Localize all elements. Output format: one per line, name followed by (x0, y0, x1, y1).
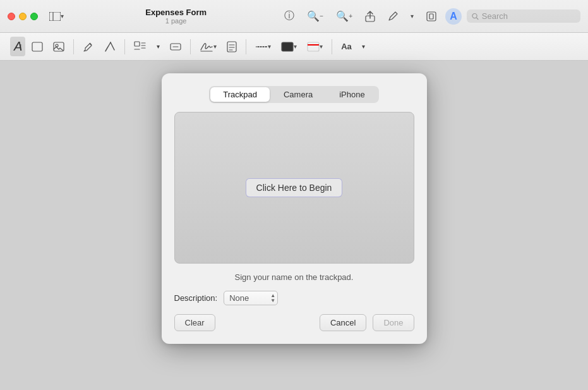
description-select-wrapper[interactable]: None Signature Initials ▲ ▼ (224, 291, 278, 305)
title-bar: ▾ Expenses Form 1 page ⓘ 🔍− 🔍+ ▾ A (0, 0, 588, 33)
font-dropdown[interactable]: ▾ (358, 40, 369, 52)
form-button[interactable] (130, 39, 150, 55)
line-style-button[interactable]: ▾ (251, 39, 275, 54)
traffic-lights (8, 13, 38, 20)
info-button[interactable]: ⓘ (280, 7, 298, 25)
description-row: Description: None Signature Initials ▲ ▼ (174, 291, 414, 305)
signature-panel: Trackpad Camera iPhone Click Here to Beg… (162, 73, 427, 344)
title-section: Expenses Form 1 page (71, 8, 280, 25)
close-button[interactable] (8, 13, 15, 20)
markup-button[interactable]: A (445, 8, 462, 25)
cancel-button[interactable]: Cancel (320, 314, 366, 331)
svg-rect-17 (308, 42, 319, 51)
svg-line-6 (477, 18, 478, 19)
description-select[interactable]: None Signature Initials (224, 291, 278, 305)
maximize-button[interactable] (30, 13, 38, 20)
minimize-button[interactable] (19, 13, 27, 20)
tab-iphone[interactable]: iPhone (327, 87, 377, 102)
text-box-button[interactable] (28, 39, 47, 54)
signature-button[interactable]: ▾ (196, 39, 220, 55)
description-label: Description: (174, 293, 218, 303)
field-button[interactable] (166, 39, 185, 55)
fill-style-button[interactable]: ▾ (277, 39, 301, 54)
pen-button[interactable] (79, 39, 98, 55)
secondary-toolbar: A| ▾ (0, 33, 588, 61)
svg-point-9 (56, 44, 58, 47)
bottom-row: Clear Cancel Done (174, 314, 414, 331)
click-here-button[interactable]: Click Here to Begin (246, 178, 343, 197)
hint-text: Sign your name on the trackpad. (174, 272, 414, 282)
annotate-button[interactable] (384, 9, 402, 24)
clear-button[interactable]: Clear (174, 314, 215, 331)
annotate-dropdown[interactable]: ▾ (407, 10, 417, 22)
svg-rect-7 (32, 42, 42, 51)
toolbar-separator-1 (73, 39, 74, 54)
text-tool-button[interactable]: A| (10, 37, 25, 56)
svg-rect-3 (427, 12, 436, 21)
sidebar-toggle-button[interactable]: ▾ (45, 9, 68, 23)
image-button[interactable] (49, 39, 68, 54)
color-style-button[interactable]: ▾ (303, 39, 327, 54)
page-button[interactable] (223, 39, 241, 55)
search-input[interactable] (482, 11, 575, 21)
search-bar[interactable] (467, 9, 580, 23)
signature-draw-area[interactable]: Click Here to Begin (174, 112, 414, 264)
document-subtitle: 1 page (165, 17, 187, 25)
svg-point-5 (472, 13, 477, 18)
tab-segment-inner: Trackpad Camera iPhone (209, 86, 378, 103)
toolbar-separator-4 (246, 39, 246, 54)
document-title: Expenses Form (145, 8, 207, 17)
done-button: Done (373, 314, 414, 331)
zoom-out-button[interactable]: 🔍− (303, 8, 327, 25)
share-button[interactable] (361, 8, 379, 25)
toolbar-separator-2 (124, 39, 125, 54)
form-dropdown[interactable]: ▾ (153, 40, 164, 52)
tab-segment: Trackpad Camera iPhone (174, 86, 414, 103)
main-content: Trackpad Camera iPhone Click Here to Beg… (0, 61, 588, 390)
svg-rect-16 (282, 42, 293, 51)
window-button[interactable] (423, 9, 440, 24)
toolbar-right: ⓘ 🔍− 🔍+ ▾ A (280, 7, 580, 25)
tab-camera[interactable]: Camera (271, 87, 325, 102)
search-icon (472, 13, 479, 20)
zoom-in-button[interactable]: 🔍+ (332, 8, 356, 25)
tab-trackpad[interactable]: Trackpad (210, 87, 270, 102)
svg-rect-10 (135, 42, 140, 46)
pen2-button[interactable] (100, 39, 119, 55)
right-buttons: Cancel Done (320, 314, 414, 331)
svg-rect-0 (49, 12, 61, 21)
font-button[interactable]: Aa (337, 39, 356, 54)
toolbar-separator-5 (332, 39, 332, 54)
toolbar-separator-3 (190, 39, 191, 54)
svg-rect-4 (429, 14, 433, 19)
